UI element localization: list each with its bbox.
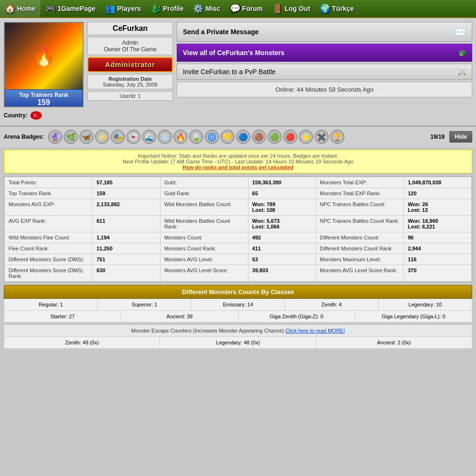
nav-home[interactable]: 🏠 Home [0, 0, 40, 17]
pvp-button[interactable]: Invite CeFurkan to a PvP Battle ⚔️ [177, 64, 472, 80]
stat-label: Flee Count Rank: [5, 243, 93, 254]
hide-badges-button[interactable]: Hide [449, 131, 472, 143]
arena-badge-3[interactable]: ✨ [95, 130, 109, 144]
language-icon: 🌍 [320, 3, 330, 14]
nav-logout[interactable]: 🚪 Log Out [267, 0, 315, 17]
escape-cell: Legendary: 48 (0x) [160, 337, 316, 348]
logout-icon: 🚪 [272, 3, 283, 14]
stat-value: 159 [93, 188, 160, 199]
stat-label: Wild Monsters Flee Count: [5, 232, 93, 243]
nav-gamepage[interactable]: 🎮 1GamePage [40, 0, 100, 17]
registration-date: Registration Date Saturday, July 25, 200… [87, 74, 173, 89]
nav-players[interactable]: 👥 Players [100, 0, 146, 17]
stat-label: Monsters AVG EXP: [5, 199, 93, 216]
home-icon: 🏠 [5, 3, 15, 14]
badge-count: 19/19 [430, 133, 445, 140]
stats-row: Different Monsters Score (DMS) Rank: 630… [5, 265, 472, 282]
arena-badge-9[interactable]: 🍃 [189, 130, 203, 144]
arena-badge-16[interactable]: ⭐ [299, 130, 313, 144]
stats-row: Total Points: 57,185 Gold: 159,363,390 M… [5, 177, 472, 188]
stats-row: Flee Count Rank: 11,250 Monsters Count R… [5, 243, 472, 254]
stat-label: Monsters Maximum Level: [316, 254, 404, 265]
gamepage-icon: 🎮 [45, 3, 56, 14]
profile-area: 🔥 Top Trainers Rank 159 Country: 🇹🇷 CeFu… [0, 18, 476, 126]
stat-value: Won: 5,673 Lost: 1,066 [248, 216, 315, 232]
stat-value: 96 [404, 232, 472, 243]
arena-badge-18[interactable]: 🏆 [330, 130, 344, 144]
monster-icon: 🐲 [458, 49, 466, 57]
stat-value: 65 [248, 188, 315, 199]
stat-value: 411 [248, 243, 315, 254]
arena-badge-12[interactable]: 🔵 [236, 130, 250, 144]
arena-badge-14[interactable]: 🟢 [267, 130, 282, 144]
stat-value: 611 [93, 216, 160, 232]
stat-label: Monsters Total EXP: [316, 177, 404, 188]
arena-badge-5[interactable]: 👻 [126, 130, 141, 144]
stats-row: AVG EXP Rank: 611 Wild Monsters Battles … [5, 216, 472, 232]
stats-row: Top Trainers Rank 159 Gold Rank: 65 Mons… [5, 188, 472, 199]
arena-badge-15[interactable]: 🔴 [283, 130, 297, 144]
stat-value: 11,250 [93, 243, 160, 254]
rank-calculation-link[interactable]: How do ranks and total points get calcul… [182, 164, 293, 170]
online-status: Online: 44 Minutes 58 Seconds Ago [177, 82, 472, 97]
stat-value: Won: 26 Lost: 13 [404, 199, 472, 216]
class-cell: Regular: 1 [4, 299, 98, 310]
escape-read-more-link[interactable]: Click here to read MORE! [286, 328, 345, 333]
stat-label: Monsters AVG Level Score: [160, 265, 248, 282]
stat-value: 492 [248, 232, 315, 243]
stats-row: Different Monsters Score (DMS): 751 Mons… [5, 254, 472, 265]
admin-badge: Administrator [87, 57, 173, 72]
stat-value: 159,363,390 [248, 177, 315, 188]
turkey-flag: 🇹🇷 [30, 111, 42, 120]
nav-forum[interactable]: 💬 Forum [225, 0, 268, 17]
arena-badge-2[interactable]: 🦋 [79, 130, 94, 144]
escape-row: Zenith: 49 (0x)Legendary: 48 (0x)Ancient… [4, 337, 472, 349]
stat-label: Monsters AVG Level: [160, 254, 248, 265]
stat-label: Different Monsters Score (DMS): [5, 254, 93, 265]
nav-misc[interactable]: ⚙️ Misc [188, 0, 225, 17]
swords-icon: ⚔️ [458, 68, 466, 76]
class-cell: Emissary: 14 [191, 299, 285, 310]
stat-value: Won: 789 Lost: 108 [248, 199, 315, 216]
arena-badge-11[interactable]: 💛 [220, 130, 235, 144]
arena-badge-1[interactable]: 🌿 [64, 130, 78, 144]
stats-row: Monsters AVG EXP: 2,133,882 Wild Monster… [5, 199, 472, 216]
center-panel: CeFurkan Admin Owner Of The Game Adminis… [87, 22, 173, 101]
username-display: CeFurkan [87, 22, 173, 35]
class-cell: Starter: 27 [4, 311, 121, 322]
arena-badge-0[interactable]: 🔮 [48, 130, 62, 144]
arena-badge-13[interactable]: 🟤 [252, 130, 266, 144]
envelope-icon: ✉️ [454, 26, 466, 38]
stat-value: 120 [404, 188, 472, 199]
send-pm-button[interactable]: Send a Private Message ✉️ [177, 22, 472, 42]
stats-row: Wild Monsters Flee Count: 1,194 Monsters… [5, 232, 472, 243]
top-navigation: 🏠 Home 🎮 1GamePage 👥 Players 🐉 Profile ⚙… [0, 0, 476, 18]
stat-label: Gold Rank: [160, 188, 248, 199]
avatar-box: 🔥 Top Trainers Rank 159 [4, 22, 84, 107]
arena-badge-4[interactable]: 🎭 [111, 130, 125, 144]
nav-profile[interactable]: 🐉 Profile [146, 0, 189, 17]
right-action-panel: Send a Private Message ✉️ View all of Ce… [177, 22, 472, 97]
stat-label: Wild Monsters Battles Count Rank: [160, 216, 248, 232]
stat-value: 751 [93, 254, 160, 265]
arena-badge-8[interactable]: 🔥 [173, 130, 188, 144]
class-cell: Superior: 1 [98, 299, 191, 310]
escape-cell: Ancient: 2 (0x) [316, 337, 472, 348]
stat-label: Gold: [160, 177, 248, 188]
class-cell: Giga Zenith (Giga-Z): 0 [238, 311, 355, 322]
stat-label: Monsters Count Rank: [160, 243, 248, 254]
stat-label: Different Monsters Score (DMS) Rank: [5, 265, 93, 282]
arena-badge-10[interactable]: 🌀 [205, 130, 219, 144]
arena-badge-17[interactable]: ✖️ [314, 130, 329, 144]
stat-label: Different Monsters Count Rank: [316, 243, 404, 254]
stats-table: Total Points: 57,185 Gold: 159,363,390 M… [4, 177, 472, 282]
stat-label: NPC Trainers Battles Count: [316, 199, 404, 216]
badges-container: 🔮🌿🦋✨🎭👻🌊❄️🔥🍃🌀💛🔵🟤🟢🔴⭐✖️🏆 [48, 130, 344, 144]
arena-badge-7[interactable]: ❄️ [158, 130, 172, 144]
stat-value: 57,185 [93, 177, 160, 188]
arena-badge-6[interactable]: 🌊 [142, 130, 156, 144]
nav-language[interactable]: 🌍 Türkçe [315, 0, 359, 17]
stat-value: Won: 16,960 Lost: 6,221 [404, 216, 472, 232]
view-monsters-button[interactable]: View all of CeFurkan's Monsters 🐲 [177, 44, 472, 62]
class-cell: Legendary: 10 [379, 299, 472, 310]
